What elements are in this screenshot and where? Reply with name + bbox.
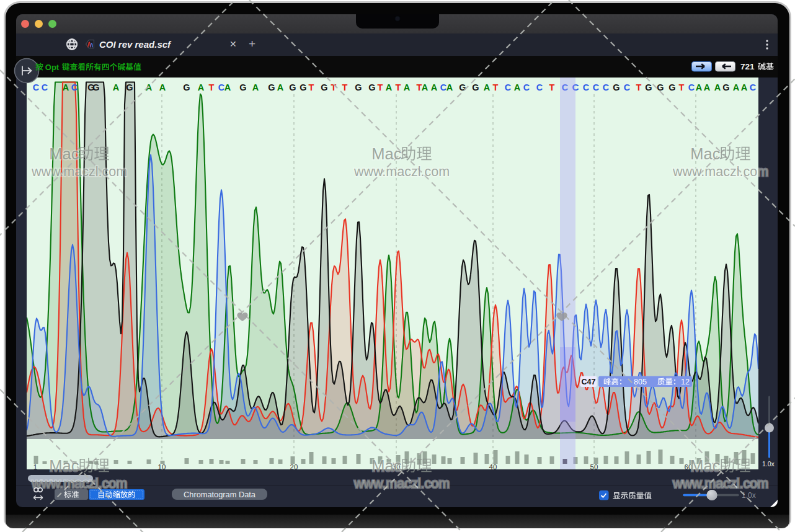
svg-text:A: A [63, 82, 69, 92]
svg-text:50: 50 [590, 463, 598, 469]
svg-text:G: G [613, 82, 620, 92]
svg-text:G: G [368, 82, 375, 92]
svg-text:805: 805 [634, 378, 647, 386]
svg-text:G: G [459, 82, 466, 92]
svg-text:C: C [536, 82, 543, 92]
svg-text:A: A [422, 82, 429, 92]
svg-text:G: G [126, 82, 133, 92]
svg-text:1.0x: 1.0x [742, 491, 756, 500]
svg-text:A: A [146, 82, 153, 92]
svg-text:A: A [514, 82, 521, 92]
svg-text:A: A [714, 82, 721, 92]
svg-text:T: T [309, 82, 314, 92]
svg-text:A: A [224, 82, 231, 92]
svg-text:A: A [252, 82, 259, 92]
svg-text:G: G [645, 82, 652, 92]
svg-text:G: G [92, 82, 99, 92]
svg-text:C: C [71, 82, 78, 92]
svg-text:20: 20 [290, 463, 298, 469]
svg-text:Opt: Opt [45, 63, 60, 72]
svg-text:G: G [668, 82, 675, 92]
svg-text:A: A [159, 82, 166, 92]
svg-text:G: G [722, 82, 729, 92]
svg-text:T: T [378, 82, 383, 92]
svg-text:A: A [113, 82, 120, 92]
svg-text:T: T [679, 82, 685, 92]
svg-text:G: G [289, 82, 296, 92]
svg-text:G: G [183, 82, 190, 92]
svg-text:A: A [484, 82, 491, 92]
svg-text:721: 721 [740, 62, 755, 71]
svg-text:A: A [696, 82, 703, 92]
svg-text:A: A [404, 82, 411, 92]
svg-text:30: 30 [393, 463, 401, 469]
svg-text:G: G [268, 82, 275, 92]
svg-text:A: A [446, 82, 453, 92]
svg-text:1.0x: 1.0x [762, 460, 775, 468]
svg-text:T: T [636, 82, 642, 92]
svg-text:C: C [33, 82, 40, 92]
svg-text:C: C [505, 82, 512, 92]
svg-text:G: G [300, 82, 306, 92]
svg-text:G: G [321, 82, 327, 92]
svg-text:G: G [657, 82, 664, 92]
svg-text:T: T [342, 82, 348, 92]
svg-text:A: A [741, 82, 748, 92]
svg-text:A: A [277, 82, 284, 92]
svg-text:40: 40 [489, 463, 497, 469]
svg-text:A: A [431, 82, 438, 92]
svg-text:1: 1 [33, 463, 37, 469]
svg-text:60: 60 [685, 463, 693, 469]
svg-text:C: C [583, 82, 590, 92]
svg-text:Chromatogram Data: Chromatogram Data [184, 490, 256, 499]
svg-text:A: A [733, 82, 740, 92]
svg-text:A: A [386, 82, 393, 92]
svg-text:C: C [593, 82, 600, 92]
svg-text:A: A [704, 82, 711, 92]
svg-text:G: G [355, 82, 362, 92]
svg-text:T: T [549, 82, 555, 92]
svg-text:T: T [209, 82, 215, 92]
svg-text:T: T [331, 82, 337, 92]
svg-text:10: 10 [158, 463, 166, 469]
svg-text:C: C [624, 82, 631, 92]
svg-text:C: C [523, 82, 530, 92]
svg-text:C47: C47 [582, 378, 596, 386]
svg-text:T: T [396, 82, 401, 92]
svg-text:C: C [42, 82, 48, 92]
svg-text:T: T [493, 82, 499, 92]
svg-text:C: C [750, 82, 757, 92]
svg-text:G: G [472, 82, 479, 92]
svg-text:C: C [603, 82, 610, 92]
svg-text:A: A [198, 82, 205, 92]
svg-text:C: C [688, 82, 695, 92]
svg-text:G: G [239, 82, 246, 92]
svg-text:12: 12 [681, 378, 690, 386]
